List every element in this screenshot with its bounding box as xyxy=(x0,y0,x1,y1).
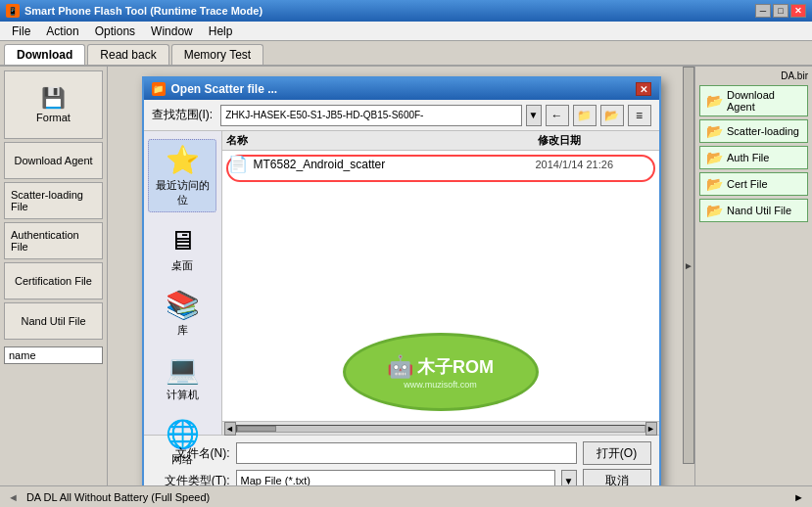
nav-network[interactable]: 🌐 网络 xyxy=(148,414,216,471)
new-folder-button[interactable]: 📂 xyxy=(600,105,624,126)
back-button[interactable]: ← xyxy=(546,105,569,126)
open-scatter-dialog: 📁 Open Scatter file ... ✕ 查找范围(I): ZHKJ-… xyxy=(142,76,661,485)
scatter-loading-label: Scatter-loading File xyxy=(11,189,96,212)
status-text: DA DL All Without Battery (Full Speed) xyxy=(26,491,210,503)
tabs-row: Download Read back Memory Test xyxy=(0,41,812,67)
right-download-agent[interactable]: 📂 Download Agent xyxy=(699,85,808,116)
dialog-title-bar: 📁 Open Scatter file ... ✕ xyxy=(144,78,659,100)
file-icon: 📄 xyxy=(228,155,248,173)
nav-recent-label: 最近访问的位 xyxy=(153,178,212,207)
scroll-track[interactable] xyxy=(236,425,645,433)
tab-readback[interactable]: Read back xyxy=(87,44,168,65)
right-cert-file[interactable]: 📂 Cert File xyxy=(699,172,808,196)
menu-action[interactable]: Action xyxy=(38,23,86,40)
header-date: 修改日期 xyxy=(538,133,655,148)
nav-computer-label: 计算机 xyxy=(167,388,199,402)
scroll-thumb xyxy=(237,426,276,432)
dialog-toolbar: 查找范围(I): ZHKJ-HASEK-E50-S1-JB5-HD-QB15-S… xyxy=(144,100,659,131)
location-combo[interactable]: ZHKJ-HASEK-E50-S1-JB5-HD-QB15-S600F- xyxy=(220,105,521,126)
right-nand-util-label: Nand Util File xyxy=(727,205,791,216)
auth-file-button[interactable]: Authentication File xyxy=(4,222,103,259)
menu-options[interactable]: Options xyxy=(87,23,143,40)
up-folder-button[interactable]: 📁 xyxy=(573,105,597,126)
folder-icon-2: 📂 xyxy=(706,123,723,139)
menu-file[interactable]: File xyxy=(4,23,38,40)
filetype-combo-arrow[interactable]: ▼ xyxy=(561,470,577,485)
dialog-overlay: 📁 Open Scatter file ... ✕ 查找范围(I): ZHKJ-… xyxy=(108,67,694,485)
format-label: Format xyxy=(36,112,71,123)
nav-library[interactable]: 📚 库 xyxy=(148,285,216,342)
dialog-footer: 文件名(N): 打开(O) 文件类型(T): Map File (*.txt) … xyxy=(144,435,659,485)
dialog-nav: ⭐ 最近访问的位 🖥 桌面 📚 库 💻 计 xyxy=(144,131,222,435)
filetype-label: 文件类型(T): xyxy=(152,473,230,486)
download-agent-button[interactable]: Download Agent xyxy=(4,142,103,179)
file-name: MT6582_Android_scatter xyxy=(254,158,536,171)
left-sidebar: 💾 Format Download Agent Scatter-loading … xyxy=(0,67,108,485)
nav-computer[interactable]: 💻 计算机 xyxy=(148,349,216,406)
status-right-arrow[interactable]: ► xyxy=(793,491,804,503)
filetype-combo[interactable]: Map File (*.txt) xyxy=(236,470,555,485)
recent-icon: ⭐ xyxy=(166,144,200,176)
nav-desktop-label: 桌面 xyxy=(171,258,193,273)
right-auth-file[interactable]: 📂 Auth File xyxy=(699,146,808,169)
watermark: 🤖 木子ROM www.muzisoft.com xyxy=(343,333,539,411)
app-title: Smart Phone Flash Tool (Runtime Trace Mo… xyxy=(24,5,263,17)
filetype-row: 文件类型(T): Map File (*.txt) ▼ 取消 xyxy=(152,469,651,485)
watermark-url: www.muzisoft.com xyxy=(404,380,477,390)
file-list[interactable]: 📄 MT6582_Android_scatter 2014/1/14 21:26… xyxy=(222,151,659,421)
menu-window[interactable]: Window xyxy=(143,23,201,40)
format-icon: 💾 xyxy=(41,86,66,110)
format-button[interactable]: 💾 Format xyxy=(4,70,103,139)
cancel-button[interactable]: 取消 xyxy=(583,469,651,485)
cert-file-button[interactable]: Certification File xyxy=(4,262,103,300)
main-layout: 💾 Format Download Agent Scatter-loading … xyxy=(0,67,812,485)
right-scatter-loading[interactable]: 📂 Scatter-loading xyxy=(699,119,808,143)
right-download-agent-label: Download Agent xyxy=(727,89,801,113)
nav-recent[interactable]: ⭐ 最近访问的位 xyxy=(148,139,216,212)
location-label: 查找范围(I): xyxy=(152,107,214,123)
right-auth-file-label: Auth File xyxy=(727,152,769,163)
filetype-value: Map File (*.txt) xyxy=(241,475,311,485)
da-bir-label: DA.bir xyxy=(699,70,808,81)
nand-util-label: Nand Util File xyxy=(21,315,85,327)
view-button[interactable]: ≡ xyxy=(628,105,651,126)
menu-bar: File Action Options Window Help xyxy=(0,22,812,41)
filename-input[interactable] xyxy=(236,442,577,464)
status-left-arrow[interactable]: ◄ xyxy=(8,491,19,503)
desktop-icon: 🖥 xyxy=(168,224,196,256)
scatter-loading-button[interactable]: Scatter-loading File xyxy=(4,182,103,219)
nav-desktop[interactable]: 🖥 桌面 xyxy=(148,220,216,277)
close-button[interactable]: ✕ xyxy=(790,4,806,18)
file-date: 2014/1/14 21:26 xyxy=(536,159,653,170)
library-icon: 📚 xyxy=(166,289,200,321)
filename-row: 文件名(N): 打开(O) xyxy=(152,441,651,465)
auth-file-label: Authentication File xyxy=(11,229,96,253)
folder-icon-1: 📂 xyxy=(706,93,723,109)
maximize-button[interactable]: □ xyxy=(773,4,788,18)
cert-file-label: Certification File xyxy=(15,275,92,287)
menu-help[interactable]: Help xyxy=(201,23,241,40)
right-nand-util[interactable]: 📂 Nand Util File xyxy=(699,199,808,222)
file-item[interactable]: 📄 MT6582_Android_scatter 2014/1/14 21:26 xyxy=(222,151,659,177)
dialog-close-button[interactable]: ✕ xyxy=(636,82,651,96)
file-scroll-bar[interactable]: ◄ ► xyxy=(222,421,659,435)
name-box: name xyxy=(4,346,103,364)
window-controls: ─ □ ✕ xyxy=(755,4,806,18)
open-button[interactable]: 打开(O) xyxy=(583,441,651,465)
tab-download[interactable]: Download xyxy=(4,44,85,65)
folder-icon-5: 📂 xyxy=(706,203,723,218)
right-cert-file-label: Cert File xyxy=(727,178,768,190)
filename-label: 文件名(N): xyxy=(152,445,230,462)
file-list-header: 名称 修改日期 xyxy=(222,131,659,151)
minimize-button[interactable]: ─ xyxy=(755,4,771,18)
scroll-right[interactable]: ► xyxy=(645,422,657,436)
location-combo-arrow[interactable]: ▼ xyxy=(526,105,542,126)
android-icon: 🤖 xyxy=(387,354,413,380)
center-area: 📁 Open Scatter file ... ✕ 查找范围(I): ZHKJ-… xyxy=(108,67,694,485)
folder-icon-4: 📂 xyxy=(706,176,723,192)
tab-memorytest[interactable]: Memory Test xyxy=(171,44,263,65)
status-bar: ◄ DA DL All Without Battery (Full Speed)… xyxy=(0,485,812,507)
scroll-left[interactable]: ◄ xyxy=(224,422,236,436)
nand-util-button[interactable]: Nand Util File xyxy=(4,302,103,340)
computer-icon: 💻 xyxy=(166,353,200,386)
